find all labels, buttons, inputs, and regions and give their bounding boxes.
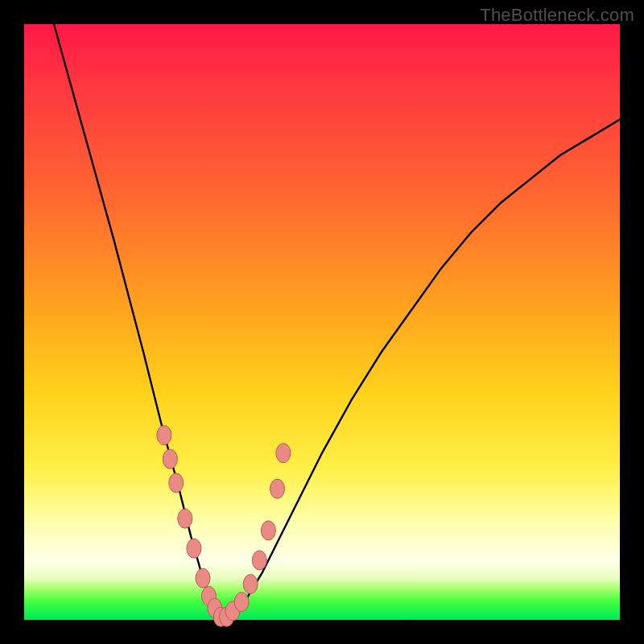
outer-frame: TheBottleneck.com	[0, 0, 644, 644]
curve-marker	[276, 444, 291, 463]
curve-marker	[163, 449, 177, 469]
curve-marker	[157, 426, 171, 445]
curve-marker	[270, 479, 285, 498]
curve-marker	[261, 521, 275, 540]
curve-marker	[234, 592, 249, 612]
plot-area	[24, 24, 620, 620]
curve-marker	[252, 551, 266, 570]
curve-marker	[243, 575, 258, 594]
curve-marker	[178, 509, 192, 528]
bottleneck-curve	[54, 24, 620, 620]
curve-marker	[169, 473, 184, 493]
curve-marker	[187, 539, 201, 558]
watermark-text: TheBottleneck.com	[480, 5, 634, 26]
curve-layer	[24, 24, 620, 620]
curve-marker	[196, 568, 210, 588]
